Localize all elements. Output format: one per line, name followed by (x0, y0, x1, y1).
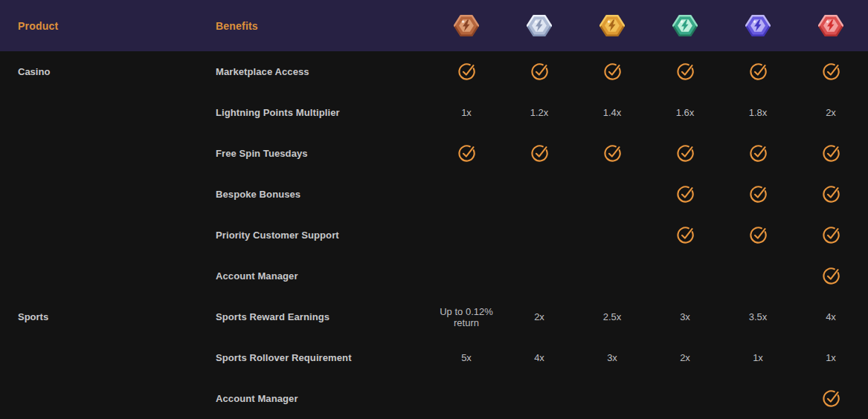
check-cell (649, 62, 721, 82)
check-cell (721, 184, 794, 204)
value-cell: 2x (649, 352, 721, 363)
table-row: Lightning Points Multiplier1x1.2x1.4x1.6… (0, 92, 868, 133)
benefit-label: Free Spin Tuesdays (198, 148, 430, 159)
table-body: CasinoMarketplace Access Lightning Poin (0, 51, 868, 419)
value-text: 1.4x (603, 107, 622, 118)
table-row: Account Manager (0, 256, 868, 296)
value-text: 5x (461, 352, 472, 363)
check-icon (748, 225, 768, 245)
check-cell (794, 225, 867, 245)
value-cell: 3.5x (721, 311, 794, 322)
value-text: Up to 0.12% return (430, 306, 503, 328)
check-icon (821, 143, 841, 163)
product-label: Casino (0, 66, 198, 77)
rewards-comparison-table: Product Benefits (0, 0, 868, 419)
bronze-badge-icon (454, 14, 479, 37)
benefit-label: Marketplace Access (198, 66, 430, 77)
check-icon (748, 184, 768, 204)
check-icon (457, 143, 477, 163)
check-cell (794, 184, 867, 204)
table-row: Free Spin Tuesdays (0, 133, 868, 174)
value-text: 1.2x (530, 107, 549, 118)
value-text: 1.8x (749, 107, 768, 118)
tier-column-header (721, 14, 794, 37)
check-cell (649, 143, 721, 163)
check-icon (821, 266, 841, 286)
benefits-column-header: Benefits (198, 20, 430, 32)
value-text: 1x (753, 352, 763, 363)
value-text: 1x (461, 107, 472, 118)
product-column-header: Product (0, 20, 198, 32)
table-row: Priority Customer Support (0, 215, 868, 256)
value-cell: 5x (430, 352, 503, 363)
value-cell: 1.4x (576, 107, 649, 118)
tier-column-header (649, 14, 721, 37)
check-cell (721, 225, 794, 245)
value-cell: 3x (649, 311, 721, 322)
benefit-label: Account Manager (198, 270, 430, 282)
value-cell: 4x (503, 352, 576, 363)
benefit-label: Priority Customer Support (198, 230, 430, 241)
value-cell: 2x (503, 311, 576, 322)
value-cell: 1.8x (721, 107, 794, 118)
benefit-label: Sports Reward Earnings (198, 311, 430, 322)
value-cell: 2x (794, 107, 867, 118)
benefit-label: Account Manager (198, 393, 430, 404)
check-icon (602, 62, 623, 82)
check-cell (794, 143, 867, 163)
tier-column-header (503, 14, 576, 37)
check-cell (649, 225, 721, 245)
check-icon (821, 389, 841, 409)
value-text: 2.5x (603, 311, 622, 322)
value-text: 2x (534, 311, 544, 322)
value-cell: 1x (794, 352, 867, 363)
emerald-badge-icon (672, 14, 698, 37)
check-cell (430, 143, 503, 163)
check-cell (576, 62, 649, 82)
amethyst-badge-icon (745, 14, 771, 37)
check-cell (649, 184, 721, 204)
table-row: SportsSports Reward EarningsUp to 0.12% … (0, 296, 868, 337)
value-cell: 1.2x (503, 107, 576, 118)
value-cell: 3x (576, 352, 649, 363)
table-row: Account Manager (0, 378, 868, 419)
product-label: Sports (0, 311, 198, 322)
value-text: 4x (826, 311, 836, 322)
check-icon (821, 184, 841, 204)
check-cell (794, 389, 867, 409)
gold-badge-icon (599, 14, 625, 37)
check-cell (794, 266, 867, 286)
table-row: Sports Rollover Requirement5x4x3x2x1x1x (0, 337, 868, 378)
benefit-label: Bespoke Bonuses (198, 189, 430, 200)
check-icon (530, 62, 550, 82)
value-cell: 4x (794, 311, 867, 322)
value-cell: Up to 0.12% return (430, 306, 503, 328)
check-icon (748, 143, 768, 163)
silver-badge-icon (527, 14, 552, 37)
check-cell (503, 143, 576, 163)
value-cell: 1x (430, 107, 503, 118)
check-icon (821, 225, 841, 245)
table-row: Bespoke Bonuses (0, 174, 868, 215)
value-text: 1x (826, 352, 836, 363)
value-cell: 1x (721, 352, 794, 363)
check-cell (721, 62, 794, 82)
value-text: 3.5x (749, 311, 768, 322)
value-cell: 2.5x (576, 311, 649, 322)
tier-column-header (430, 14, 503, 37)
benefit-label: Lightning Points Multiplier (198, 107, 430, 118)
value-text: 3x (680, 311, 690, 322)
check-icon (675, 225, 695, 245)
check-icon (530, 143, 550, 163)
value-text: 2x (826, 107, 836, 118)
check-icon (675, 62, 695, 82)
check-cell (794, 62, 867, 82)
check-cell (503, 62, 576, 82)
check-icon (675, 184, 695, 204)
value-text: 2x (680, 352, 690, 363)
table-row: CasinoMarketplace Access (0, 51, 868, 92)
table-header-row: Product Benefits (0, 0, 868, 51)
check-icon (457, 62, 477, 82)
value-text: 4x (534, 352, 544, 363)
tier-column-header (794, 14, 867, 37)
